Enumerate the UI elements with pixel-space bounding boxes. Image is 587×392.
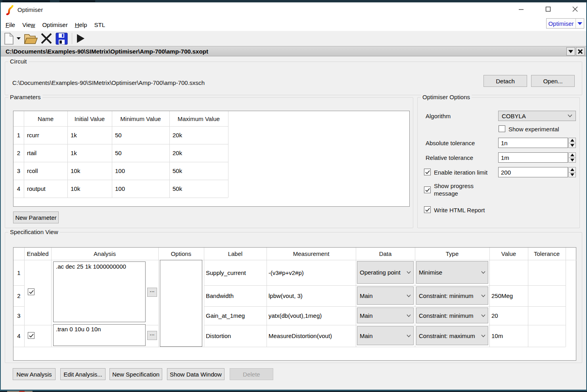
show-experimental-label: Show experimental (508, 126, 559, 133)
new-document-icon[interactable] (4, 33, 14, 45)
param-name-cell[interactable]: rcoll (24, 162, 67, 180)
menu-stl[interactable]: STL (91, 19, 109, 30)
param-max-cell[interactable]: 50k (169, 180, 228, 198)
param-min-cell[interactable]: 100 (112, 180, 169, 198)
spec-label-cell[interactable]: Distortion (204, 325, 267, 347)
param-initial-cell[interactable]: 1k (67, 144, 112, 162)
spec-value-cell[interactable]: 20 (489, 306, 528, 325)
spec-type-dropdown[interactable]: Minimise (416, 261, 488, 284)
close-view-button[interactable] (576, 47, 585, 56)
spec-value-cell[interactable]: 250Meg (489, 285, 528, 306)
new-analysis-button[interactable]: New Analysis (13, 368, 56, 380)
algorithm-dropdown[interactable]: COBYLA (498, 111, 576, 121)
param-max-cell[interactable]: 50k (169, 162, 228, 180)
spec-tolerance-cell[interactable] (528, 306, 566, 325)
spec-measurement-cell[interactable]: MeasureDistortion(vout) (267, 325, 356, 347)
spec-type-dropdown[interactable]: Constraint: minimum (416, 307, 488, 323)
param-max-cell[interactable]: 20k (169, 126, 228, 144)
parameters-table[interactable]: Name Initial Value Minimum Value Maximum… (13, 111, 410, 207)
parameters-col-name: Name (24, 111, 67, 126)
spec-value-cell[interactable] (489, 260, 528, 285)
spin-up-button[interactable] (568, 152, 576, 158)
chevron-down-icon (481, 334, 485, 337)
spin-down-button[interactable] (568, 143, 576, 148)
param-max-cell[interactable]: 20k (169, 144, 228, 162)
run-icon[interactable] (76, 34, 85, 43)
param-initial-cell[interactable]: 1k (67, 126, 112, 144)
analysis2-more-button[interactable]: ... (147, 331, 157, 340)
html-report-checkbox[interactable] (424, 206, 431, 213)
relative-tolerance-input[interactable]: 1m (498, 152, 568, 163)
new-document-dropdown-icon[interactable] (17, 37, 21, 40)
grid-line (356, 248, 356, 347)
options-box[interactable] (160, 260, 202, 347)
menu-optimiser[interactable]: Optimiser (38, 19, 71, 30)
spin-down-button[interactable] (568, 173, 576, 178)
iteration-limit-input[interactable]: 200 (498, 167, 568, 177)
param-min-cell[interactable]: 50 (112, 126, 169, 144)
edit-analysis-button[interactable]: Edit Analysis... (60, 368, 106, 380)
spec-label-cell[interactable]: Gain_at_1meg (204, 306, 267, 325)
analysis2-text[interactable]: .tran 0 10u 0 10n (53, 324, 146, 346)
spec-type-dropdown[interactable]: Constraint: maximum (416, 326, 488, 345)
new-specification-button[interactable]: New Specification (109, 368, 162, 380)
menu-help[interactable]: Help (71, 19, 91, 30)
spec-tolerance-cell[interactable] (528, 260, 566, 285)
spec-data-dropdown[interactable]: Operating point (357, 261, 414, 284)
spec-value-cell[interactable]: 10m (489, 325, 528, 347)
param-name-cell[interactable]: routput (24, 180, 67, 198)
param-name-cell[interactable]: rcurr (24, 126, 67, 144)
spec-measurement-cell[interactable]: -(v3#p+v2#p) (267, 260, 356, 285)
analysis1-enabled-checkbox[interactable] (28, 288, 35, 295)
toolbar (1, 31, 586, 46)
spec-label-cell[interactable]: Supply_current (204, 260, 267, 285)
spec-measurement-cell[interactable]: yatx(db(vout),1meg) (267, 306, 356, 325)
param-min-cell[interactable]: 50 (112, 144, 169, 162)
absolute-tolerance-input[interactable]: 1n (498, 138, 568, 148)
analysis1-text[interactable]: .ac dec 25 1k 1000000000 (53, 261, 146, 322)
window-selector-dropdown[interactable]: Optimiser (546, 18, 584, 29)
html-report-label: Write HTML Report (434, 207, 485, 213)
analysis1-more-button[interactable]: ... (147, 288, 157, 297)
menu-file[interactable]: File (2, 19, 19, 30)
view-select-button[interactable] (566, 47, 575, 56)
maximize-button[interactable] (543, 4, 554, 15)
save-icon[interactable] (56, 33, 68, 45)
spec-col-type: Type (415, 248, 489, 260)
spec-type-dropdown[interactable]: Constraint: minimum (416, 286, 488, 305)
circuit-group: Circuit C:\Documents\Examples-90\SIMetri… (5, 61, 582, 95)
iteration-limit-checkbox[interactable] (424, 169, 431, 175)
spec-tolerance-cell[interactable] (528, 325, 566, 347)
param-min-cell[interactable]: 100 (112, 162, 169, 180)
param-initial-cell[interactable]: 10k (67, 162, 112, 180)
algorithm-label: Algorithm (426, 113, 451, 119)
show-data-window-button[interactable]: Show Data Window (167, 368, 224, 380)
new-parameter-button[interactable]: New Parameter (13, 211, 59, 223)
spec-data-dropdown[interactable]: Main (357, 326, 414, 345)
minimize-button[interactable] (516, 4, 527, 15)
spin-up-button[interactable] (568, 167, 576, 173)
spin-up-button[interactable] (568, 138, 576, 143)
open-button[interactable]: Open... (531, 75, 575, 87)
show-progress-checkbox[interactable] (424, 186, 431, 193)
close-document-icon[interactable] (40, 33, 52, 44)
close-button[interactable] (570, 4, 581, 15)
show-experimental-checkbox[interactable] (499, 125, 505, 132)
param-initial-cell[interactable]: 10k (67, 180, 112, 198)
triangle-down-icon (570, 173, 574, 176)
spec-label-cell[interactable]: Bandwidth (204, 285, 267, 306)
spec-data-dropdown[interactable]: Main (357, 307, 414, 323)
specification-table[interactable]: Enabled Analysis Options Label Measureme… (13, 247, 576, 361)
open-folder-icon[interactable] (24, 33, 38, 44)
absolute-tolerance-spinner (568, 138, 576, 148)
spin-down-button[interactable] (568, 158, 576, 163)
document-path-bar[interactable]: C:\Documents\Examples-90\SIMetrix\Optimi… (1, 46, 586, 56)
detach-button[interactable]: Detach (483, 75, 527, 87)
param-name-cell[interactable]: rtail (24, 144, 67, 162)
analysis2-enabled-checkbox[interactable] (28, 332, 35, 339)
spec-measurement-cell[interactable]: lpbw(vout, 3) (267, 285, 356, 306)
menu-view[interactable]: View (19, 19, 38, 30)
spec-data-dropdown[interactable]: Main (357, 286, 414, 305)
delete-button[interactable]: Delete (230, 368, 273, 380)
spec-tolerance-cell[interactable] (528, 285, 566, 306)
